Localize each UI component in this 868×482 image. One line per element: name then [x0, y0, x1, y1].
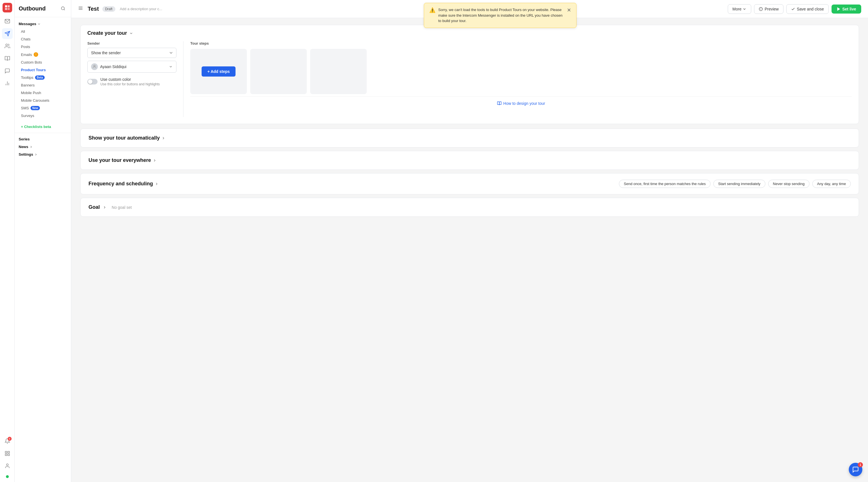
nav-item-posts[interactable]: Posts [15, 43, 71, 51]
goal-section: Goal No goal set [80, 198, 859, 217]
svg-rect-3 [7, 8, 9, 10]
inbox-icon[interactable] [2, 16, 13, 27]
messages-section-label[interactable]: Messages [15, 21, 71, 28]
svg-rect-0 [5, 5, 7, 7]
set-live-button[interactable]: Set live [832, 4, 861, 13]
tour-step-placeholder-1 [250, 49, 307, 94]
chat-icon[interactable] [2, 66, 13, 76]
show-automatically-header[interactable]: Show your tour automatically [81, 129, 859, 147]
show-automatically-title: Show your tour automatically [89, 135, 165, 141]
custom-color-row: Use custom color Use this color for butt… [87, 77, 177, 86]
frequency-chip-2[interactable]: Never stop sending [768, 180, 809, 188]
tour-right-panel: Tour steps + Add steps How to design you… [184, 41, 852, 117]
show-auto-chevron [161, 136, 165, 140]
sidebar-title: Outbound [19, 5, 46, 12]
use-everywhere-header[interactable]: Use your tour everywhere [81, 151, 859, 169]
chat-badge: 1 [858, 462, 863, 467]
users-icon[interactable] [2, 41, 13, 52]
svg-point-21 [761, 9, 761, 9]
frequency-chip-1[interactable]: Start sending immediately [713, 180, 765, 188]
goal-description: No goal set [112, 205, 132, 210]
topbar-actions: More Preview Save and close Set live [728, 4, 861, 14]
custom-color-toggle[interactable] [87, 79, 97, 85]
sender-label: Sender [87, 41, 177, 45]
bell-icon[interactable] [2, 460, 13, 471]
create-tour-title: Create your tour [87, 30, 127, 36]
svg-marker-24 [837, 7, 840, 10]
svg-rect-14 [8, 454, 9, 456]
svg-rect-1 [7, 5, 9, 7]
sender-name: Ayaan Siddiqui [100, 64, 126, 69]
sidebar: Outbound Messages All Chats Posts Emails… [15, 0, 71, 482]
nav-item-tooltips[interactable]: Tooltips Beta [15, 74, 71, 82]
add-steps-button[interactable]: + Add steps [202, 66, 235, 76]
save-close-button[interactable]: Save and close [786, 4, 829, 14]
svg-rect-2 [5, 8, 7, 10]
nav-item-all[interactable]: All [15, 28, 71, 35]
sender-name-select[interactable]: Ayaan Siddiqui [87, 61, 177, 73]
how-to-link[interactable]: How to design your tour [190, 96, 852, 110]
sender-select[interactable]: Show the sender [87, 48, 177, 58]
nav-series[interactable]: Series [15, 135, 71, 143]
tour-steps-grid: + Add steps [190, 49, 852, 94]
alert-text: Sorry, we can't load the tools to build … [438, 7, 564, 24]
chat-bubble[interactable]: 1 [849, 463, 862, 476]
checklists-label[interactable]: + Checklists beta [15, 123, 71, 131]
main-area: Test Draft Add a description your c... ⚠… [71, 0, 868, 482]
nav-item-surveys[interactable]: Surveys [15, 112, 71, 120]
page-title: Test [88, 6, 99, 12]
sender-chevron-icon [169, 65, 173, 69]
search-button[interactable] [59, 4, 67, 12]
alert-close-button[interactable]: ✕ [567, 7, 571, 13]
notification-icon[interactable]: 9 [2, 436, 13, 446]
goal-title: Goal [89, 204, 100, 210]
preview-button[interactable]: Preview [754, 4, 783, 14]
use-everywhere-chevron [153, 159, 157, 162]
use-everywhere-title: Use your tour everywhere [89, 157, 157, 163]
nav-item-mobile-push[interactable]: Mobile Push [15, 89, 71, 97]
emails-badge: ! [34, 52, 38, 57]
frequency-chip-3[interactable]: Any day, any time [812, 180, 851, 188]
nav-item-emails[interactable]: Emails ! [15, 51, 71, 59]
topbar: Test Draft Add a description your c... ⚠… [71, 0, 868, 18]
frequency-title: Frequency and scheduling [89, 181, 159, 187]
sender-avatar [91, 63, 98, 70]
nav-item-mobile-carousels[interactable]: Mobile Carousels [15, 97, 71, 104]
nav-divider [15, 133, 71, 133]
frequency-chips: Send once, first time the person matches… [619, 180, 851, 188]
nav-item-banners[interactable]: Banners [15, 82, 71, 89]
goal-chevron [103, 205, 106, 210]
nav-settings[interactable]: Settings [15, 151, 71, 158]
more-button[interactable]: More [728, 4, 751, 14]
frequency-chevron [155, 182, 159, 186]
nav-news[interactable]: News [15, 143, 71, 151]
svg-rect-11 [5, 451, 7, 453]
show-automatically-section: Show your tour automatically [80, 129, 859, 148]
add-steps-area: + Add steps [190, 49, 247, 94]
tour-steps-label: Tour steps [190, 41, 852, 45]
hamburger-icon[interactable] [78, 6, 83, 12]
nav-item-custom-bots[interactable]: Custom Bots [15, 59, 71, 66]
tour-left-panel: Sender Show the sender Ayaan Siddiqui [87, 41, 184, 117]
svg-point-7 [6, 44, 8, 46]
tooltips-badge: Beta [35, 75, 45, 80]
content-area: Create your tour Sender Show the sender [71, 18, 868, 482]
nav-item-product-tours[interactable]: Product Tours [15, 66, 71, 74]
nav-item-chats[interactable]: Chats [15, 35, 71, 43]
custom-color-sublabel: Use this color for buttons and highlight… [100, 82, 160, 86]
left-icon-bar: 9 [0, 0, 15, 482]
status-badge: Draft [102, 6, 115, 12]
goal-header[interactable]: Goal No goal set [81, 198, 859, 217]
chart-icon[interactable] [2, 78, 13, 89]
tour-step-placeholder-2 [310, 49, 367, 94]
svg-point-15 [6, 464, 8, 466]
logo[interactable] [3, 3, 12, 12]
grid-icon[interactable] [2, 448, 13, 459]
book-icon[interactable] [2, 53, 13, 64]
svg-rect-13 [5, 454, 7, 456]
frequency-chip-0[interactable]: Send once, first time the person matches… [619, 180, 711, 188]
send-icon[interactable] [2, 28, 13, 39]
alert-icon: ⚠️ [429, 7, 435, 13]
frequency-header[interactable]: Frequency and scheduling Send once, firs… [81, 173, 859, 194]
nav-item-sms[interactable]: SMS New [15, 104, 71, 112]
